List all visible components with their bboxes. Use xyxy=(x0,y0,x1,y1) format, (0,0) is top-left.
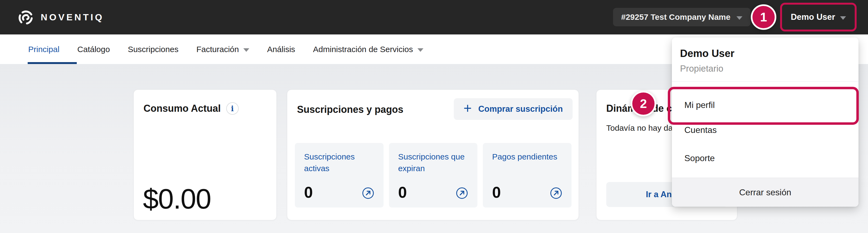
noventiq-logo-text: NOVENTIQ xyxy=(41,12,104,23)
comprar-suscripcion-label: Comprar suscripción xyxy=(478,104,563,114)
suscripciones-pagos-title: Suscripciones y pagos xyxy=(297,104,403,115)
company-selector[interactable]: #29257 Test Company Name xyxy=(613,8,750,26)
menu-item-soporte[interactable]: Soporte xyxy=(684,153,715,163)
annotation-step-2-badge: 2 xyxy=(631,91,656,116)
stat-tile-value: 0 xyxy=(304,185,313,199)
nav-tab-facturacion-label: Facturación xyxy=(196,45,239,54)
stat-tile-label: Suscripciones que expiran xyxy=(398,151,468,174)
stat-tile-label: Suscripciones activas xyxy=(304,151,374,174)
arrow-up-right-icon[interactable] xyxy=(362,187,374,199)
chevron-down-icon xyxy=(840,16,846,20)
dropdown-user-role: Propietario xyxy=(680,63,723,74)
chevron-down-icon xyxy=(737,16,742,20)
subscription-stat-tiles: Suscripciones activas 0 Suscripciones qu… xyxy=(295,143,571,207)
nav-tab-catalogo[interactable]: Catálogo xyxy=(77,45,110,54)
company-selector-label: #29257 Test Company Name xyxy=(621,12,731,22)
stat-tile-suscripciones-activas[interactable]: Suscripciones activas 0 xyxy=(295,143,383,207)
consumo-actual-title: Consumo Actual xyxy=(144,103,221,114)
noventiq-logo-icon xyxy=(18,9,34,26)
user-menu-label: Demo User xyxy=(791,12,835,22)
suscripciones-pagos-card: Suscripciones y pagos + Comprar suscripc… xyxy=(287,89,579,220)
logout-label: Cerrar sesión xyxy=(739,187,791,198)
stat-tile-pagos-pendientes[interactable]: Pagos pendientes 0 xyxy=(483,143,571,207)
nav-tab-suscripciones[interactable]: Suscripciones xyxy=(128,45,179,54)
menu-item-cuentas[interactable]: Cuentas xyxy=(684,125,717,135)
nav-tab-administracion-servicios[interactable]: Administración de Servicios xyxy=(313,45,423,54)
top-bar: NOVENTIQ #29257 Test Company Name Demo U… xyxy=(0,0,868,34)
consumo-actual-header: Consumo Actual i xyxy=(144,102,239,115)
arrow-up-right-icon[interactable] xyxy=(550,187,562,199)
consumo-actual-card: Consumo Actual i $0.00 xyxy=(133,89,277,220)
portal-page: NOVENTIQ #29257 Test Company Name Demo U… xyxy=(0,0,868,233)
active-tab-underline xyxy=(28,62,77,64)
nav-tab-administracion-label: Administración de Servicios xyxy=(313,45,413,54)
annotation-step-1-badge: 1 xyxy=(751,4,776,30)
stat-tile-suscripciones-que-expiran[interactable]: Suscripciones que expiran 0 xyxy=(389,143,478,207)
stat-tile-value: 0 xyxy=(492,185,501,199)
stat-tile-label: Pagos pendientes xyxy=(492,151,562,163)
dropdown-user-name: Demo User xyxy=(680,48,735,59)
noventiq-logo: NOVENTIQ xyxy=(18,0,104,34)
arrow-up-right-icon[interactable] xyxy=(456,187,468,199)
nav-tab-analisis[interactable]: Análisis xyxy=(267,45,295,54)
dinamica-empty-text: Todavía no hay da xyxy=(606,123,673,133)
stat-tile-value: 0 xyxy=(398,185,407,199)
consumo-actual-amount: $0.00 xyxy=(143,183,211,215)
logout-button[interactable]: Cerrar sesión xyxy=(672,178,859,207)
chevron-down-icon xyxy=(243,48,249,52)
annotation-highlight-mi-perfil xyxy=(668,87,859,125)
nav-tab-facturacion[interactable]: Facturación xyxy=(196,45,249,54)
dropdown-divider xyxy=(672,81,859,82)
info-icon[interactable]: i xyxy=(226,102,239,115)
chevron-down-icon xyxy=(417,48,424,52)
user-menu-button[interactable]: Demo User xyxy=(780,3,857,31)
nav-tab-principal[interactable]: Principal xyxy=(28,45,59,54)
comprar-suscripcion-button[interactable]: + Comprar suscripción xyxy=(454,98,572,120)
